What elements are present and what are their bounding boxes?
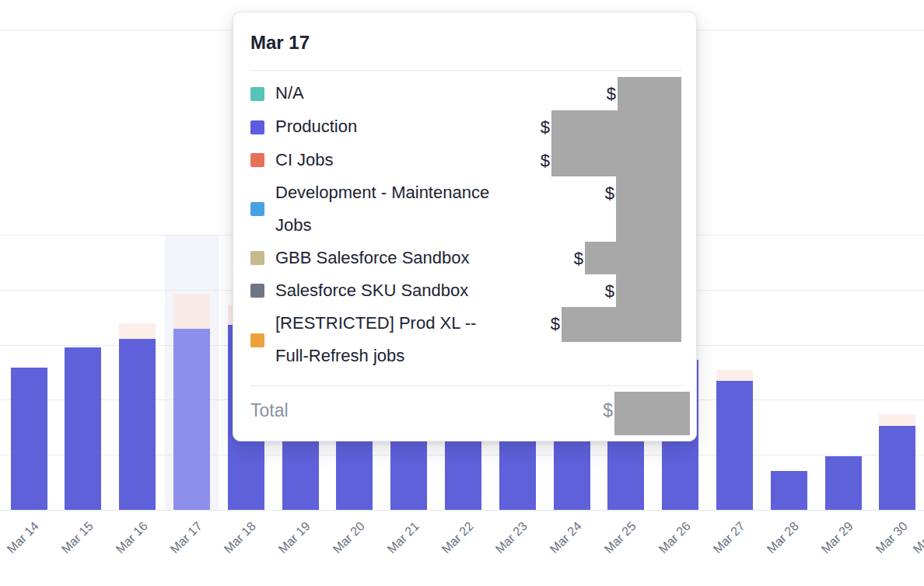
tooltip-legend-row: [RESTRICTED] Prod XL -- Full-Refresh job… xyxy=(250,307,681,373)
bar-segment-ci-jobs-mar-16[interactable] xyxy=(119,323,156,339)
legend-swatch xyxy=(250,153,264,167)
tooltip-legend-row: Production$ xyxy=(250,110,681,144)
bar-segment-production-mar-17[interactable] xyxy=(173,329,210,510)
redacted-value xyxy=(616,176,681,242)
legend-swatch xyxy=(250,120,264,134)
legend-row-value: $ xyxy=(509,274,681,307)
legend-row-value: $ xyxy=(509,144,681,176)
legend-row-label: GBB Salesforce Sandbox xyxy=(275,242,509,274)
x-axis-tick-label: Mar 25 xyxy=(602,519,639,556)
legend-swatch-wrap xyxy=(250,144,264,176)
chart-tooltip: Mar 17 N/A$Production$CI Jobs$Developmen… xyxy=(233,12,697,441)
redacted-total-value xyxy=(614,392,690,435)
currency-symbol: $ xyxy=(607,77,616,110)
legend-row-label: Development - Maintenance Jobs xyxy=(275,176,509,242)
redacted-value xyxy=(585,242,681,274)
legend-row-label: Salesforce SKU Sandbox xyxy=(275,274,509,307)
x-axis-tick-label: Mar 29 xyxy=(819,519,856,556)
tooltip-legend-rows: N/A$Production$CI Jobs$Development - Mai… xyxy=(250,77,681,373)
legend-row-label: N/A xyxy=(275,77,509,110)
redacted-value xyxy=(562,307,681,342)
bar-segment-production-mar-14[interactable] xyxy=(11,368,47,510)
x-axis-tick-label: Mar 26 xyxy=(656,519,693,556)
redacted-value xyxy=(616,274,681,307)
tooltip-date-title: Mar 17 xyxy=(250,32,681,54)
x-axis-tick-label: Mar 28 xyxy=(765,519,802,556)
x-axis-tick-label: Mar 27 xyxy=(710,519,747,556)
x-axis-tick-label: Mar 21 xyxy=(384,519,422,556)
legend-swatch-wrap xyxy=(250,242,264,274)
currency-symbol: $ xyxy=(605,274,614,308)
x-axis-tick-label: Mar 30 xyxy=(873,519,911,556)
tooltip-legend-row: N/A$ xyxy=(250,77,681,110)
bar-segment-ci-jobs-mar-17[interactable] xyxy=(173,295,210,329)
bar-segment-production-mar-29[interactable] xyxy=(825,456,862,510)
tooltip-legend-row: Development - Maintenance Jobs$ xyxy=(250,176,681,242)
bar-segment-production-mar-30[interactable] xyxy=(879,426,915,510)
redacted-value xyxy=(551,110,681,144)
x-axis-tick-label: Mar 14 xyxy=(5,519,42,556)
legend-row-value: $ xyxy=(509,77,681,110)
bar-segment-production-mar-15[interactable] xyxy=(65,347,101,510)
x-axis-tick-label: Mar 24 xyxy=(548,519,585,556)
legend-row-label: Production xyxy=(275,110,509,144)
legend-row-label: CI Jobs xyxy=(275,144,509,176)
legend-row-value: $ xyxy=(509,242,681,274)
legend-swatch-wrap xyxy=(250,307,264,373)
currency-symbol: $ xyxy=(574,242,583,275)
legend-row-label: [RESTRICTED] Prod XL -- Full-Refresh job… xyxy=(275,307,509,373)
legend-swatch xyxy=(250,251,264,265)
tooltip-divider-bottom xyxy=(250,385,681,386)
bar-segment-production-mar-16[interactable] xyxy=(119,339,156,510)
legend-swatch-wrap xyxy=(250,77,264,110)
tooltip-total-row: Total $ xyxy=(250,392,681,435)
tooltip-legend-row: CI Jobs$ xyxy=(250,144,681,176)
x-axis-tick-label: Mar 22 xyxy=(439,519,476,556)
x-axis-tick-label: Mar 23 xyxy=(493,519,530,556)
bar-segment-ci-jobs-mar-30[interactable] xyxy=(879,414,915,426)
bar-segment-production-mar-27[interactable] xyxy=(716,381,753,510)
currency-symbol: $ xyxy=(605,176,614,210)
x-axis-tick-label: Mar 31 xyxy=(911,519,924,556)
x-axis-tick-label: Mar 16 xyxy=(113,519,150,556)
x-axis-tick-label: Mar 17 xyxy=(167,519,205,556)
currency-symbol: $ xyxy=(551,307,560,340)
legend-row-value: $ xyxy=(509,110,681,144)
tooltip-total-label: Total xyxy=(250,392,484,435)
currency-symbol: $ xyxy=(541,144,550,177)
legend-swatch xyxy=(250,202,264,216)
legend-row-value: $ xyxy=(509,307,681,373)
legend-swatch-wrap xyxy=(250,176,264,242)
legend-swatch xyxy=(250,333,264,347)
tooltip-total-value: $ xyxy=(484,392,681,435)
x-axis-tick-label: Mar 15 xyxy=(59,519,96,556)
legend-swatch xyxy=(250,87,264,101)
redacted-value xyxy=(618,77,681,110)
legend-swatch-wrap xyxy=(250,110,264,144)
legend-row-value: $ xyxy=(509,176,681,242)
x-axis-line xyxy=(0,510,924,511)
cost-chart-panel: Mar 14Mar 15Mar 16Mar 17Mar 18Mar 19Mar … xyxy=(0,0,924,586)
currency-symbol: $ xyxy=(541,110,550,144)
bar-segment-production-mar-28[interactable] xyxy=(771,471,807,510)
tooltip-legend-row: GBB Salesforce Sandbox$ xyxy=(250,242,681,274)
tooltip-legend-row: Salesforce SKU Sandbox$ xyxy=(250,274,681,307)
legend-swatch xyxy=(250,284,264,298)
tooltip-divider-top xyxy=(250,70,681,71)
total-currency-symbol: $ xyxy=(603,392,613,429)
legend-swatch-wrap xyxy=(250,274,264,307)
redacted-value xyxy=(551,144,681,176)
x-axis-tick-label: Mar 18 xyxy=(222,519,259,556)
x-axis-tick-label: Mar 19 xyxy=(276,519,313,556)
x-axis-tick-label: Mar 20 xyxy=(331,519,368,556)
bar-segment-ci-jobs-mar-27[interactable] xyxy=(716,370,753,381)
